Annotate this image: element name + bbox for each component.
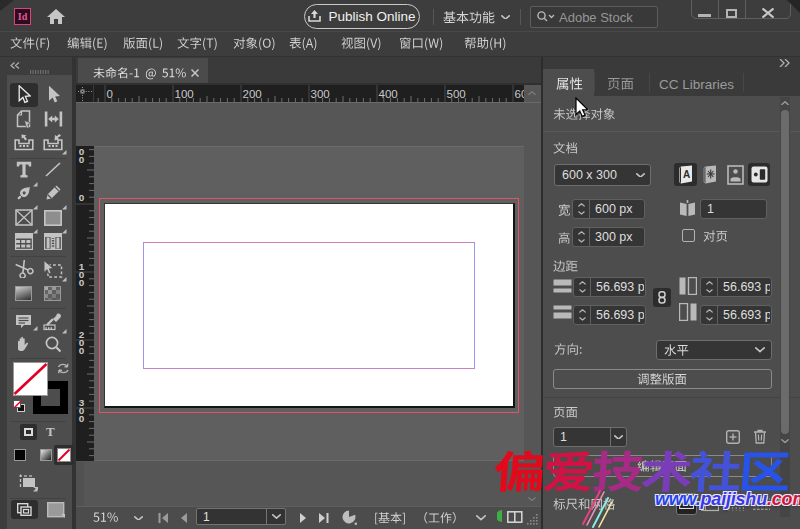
- svg-text:A: A: [683, 169, 690, 180]
